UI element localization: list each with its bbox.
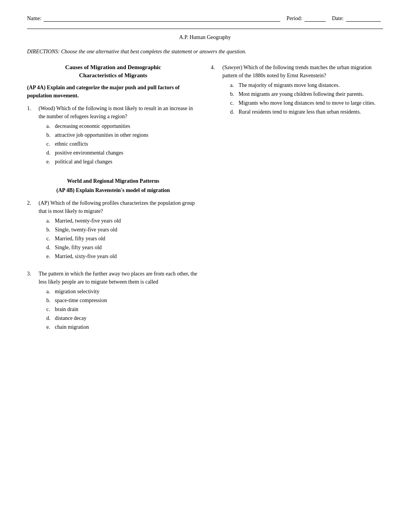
answer-4d-letter: d. xyxy=(230,108,237,116)
question-1: 1. (Wood) Which of the following is most… xyxy=(27,104,199,167)
answer-1e-text: political and legal changes xyxy=(55,158,199,166)
question-1-block: 1. (Wood) Which of the following is most… xyxy=(27,104,199,167)
answer-1e: e. political and legal changes xyxy=(39,158,199,166)
answer-2e-text: Married, sixty-five years old xyxy=(55,252,199,260)
answer-2b-letter: b. xyxy=(46,226,53,234)
question-2-answers: a. Married, twenty-five years old b. Sin… xyxy=(39,217,199,260)
answer-3c: c. brain drain xyxy=(39,305,199,313)
answer-2c-text: Married, fifty years old xyxy=(55,235,199,243)
date-label: Date: xyxy=(332,15,344,22)
answer-3a-text: migration selectivity xyxy=(55,287,199,296)
answer-4d-text: Rural residents tend to migrate less tha… xyxy=(239,108,383,116)
question-3-answers: a. migration selectivity b. space-time c… xyxy=(39,287,199,331)
two-col-layout: Causes of Migration and Demographic Char… xyxy=(27,63,383,340)
question-3-block: 3. The pattern in which the further away… xyxy=(27,270,199,332)
answer-3a-letter: a. xyxy=(46,287,53,296)
question-1-body: (Wood) Which of the following is most li… xyxy=(39,104,199,167)
answer-2a: a. Married, twenty-five years old xyxy=(39,217,199,225)
question-2-body: (AP) Which of the following profiles cha… xyxy=(39,199,199,261)
question-1-text: (Wood) Which of the following is most li… xyxy=(39,105,193,119)
answer-1b-letter: b. xyxy=(46,131,53,139)
answer-1c-text: ethnic conflicts xyxy=(55,140,199,148)
answer-3e-letter: e. xyxy=(46,323,53,331)
answer-4b-text: Most migrants are young children followi… xyxy=(239,90,383,98)
section-title: Causes of Migration and Demographic Char… xyxy=(27,63,199,80)
question-4-answers: a. The majority of migrants move long di… xyxy=(222,81,383,116)
answer-2a-letter: a. xyxy=(46,217,53,225)
question-3: 3. The pattern in which the further away… xyxy=(27,270,199,332)
header-divider xyxy=(27,29,383,29)
question-4-number: 4. xyxy=(211,63,222,117)
answer-2a-text: Married, twenty-five years old xyxy=(55,217,199,225)
question-2: 2. (AP) Which of the following profiles … xyxy=(27,199,199,261)
name-label: Name: xyxy=(27,15,41,22)
answer-4c: c. Migrants who move long distances tend… xyxy=(222,99,383,107)
answer-1b-text: attractive job opportunities in other re… xyxy=(55,131,199,139)
question-1-answers: a. decreasing economic opportunities b. … xyxy=(39,122,199,166)
answer-4a-letter: a. xyxy=(230,81,237,89)
answer-4b-letter: b. xyxy=(230,90,237,98)
answer-1a: a. decreasing economic opportunities xyxy=(39,122,199,130)
directions-text: DIRECTIONS: Choose the one alternative t… xyxy=(27,48,383,56)
answer-3d-letter: d. xyxy=(46,314,53,322)
answer-3b-letter: b. xyxy=(46,296,53,304)
date-underline xyxy=(346,21,381,22)
answer-2d-letter: d. xyxy=(46,243,53,252)
subsection-title: (AP 4A) Explain and categorize the major… xyxy=(27,83,199,100)
answer-4b: b. Most migrants are young children foll… xyxy=(222,90,383,98)
answer-1d-letter: d. xyxy=(46,149,53,157)
world-section: World and Regional Migration Patterns (A… xyxy=(27,178,199,332)
page: Name: Period: Date: A.P. Human Geography… xyxy=(0,0,410,532)
answer-2d: d. Single, fifty years old xyxy=(39,243,199,252)
answer-3e: e. chain migration xyxy=(39,323,199,331)
answer-4c-letter: c. xyxy=(230,99,237,107)
question-4: 4. (Sawyer) Which of the following trend… xyxy=(211,63,383,117)
period-label: Period: xyxy=(286,15,302,22)
course-title: A.P. Human Geography xyxy=(27,34,383,41)
question-2-number: 2. xyxy=(27,199,39,261)
answer-3c-text: brain drain xyxy=(55,305,199,313)
section-title-line2: Characteristics of Migrants xyxy=(79,72,147,78)
answer-1d-text: positive environmental changes xyxy=(55,149,199,157)
answer-2e-letter: e. xyxy=(46,252,53,260)
answer-2d-text: Single, fifty years old xyxy=(55,243,199,252)
answer-1a-letter: a. xyxy=(46,122,53,130)
answer-4c-text: Migrants who move long distances tend to… xyxy=(239,99,383,107)
question-4-body: (Sawyer) Which of the following trends m… xyxy=(222,63,383,117)
answer-4a: a. The majority of migrants move long di… xyxy=(222,81,383,89)
answer-3a: a. migration selectivity xyxy=(39,287,199,296)
question-4-block: 4. (Sawyer) Which of the following trend… xyxy=(211,63,383,117)
question-2-block: 2. (AP) Which of the following profiles … xyxy=(27,199,199,261)
answer-1c-letter: c. xyxy=(46,140,53,148)
question-4-text: (Sawyer) Which of the following trends m… xyxy=(222,65,372,78)
name-underline xyxy=(44,21,280,22)
answer-4a-text: The majority of migrants move long dista… xyxy=(239,81,383,89)
world-title: World and Regional Migration Patterns xyxy=(27,178,199,184)
question-3-text: The pattern in which the further away tw… xyxy=(39,271,197,285)
answer-3e-text: chain migration xyxy=(55,323,199,331)
answer-1c: c. ethnic conflicts xyxy=(39,140,199,148)
answer-3b-text: space-time compression xyxy=(55,296,199,304)
question-3-body: The pattern in which the further away tw… xyxy=(39,270,199,332)
answer-1a-text: decreasing economic opportunities xyxy=(55,122,199,130)
answer-3d: d. distance decay xyxy=(39,314,199,322)
right-column: 4. (Sawyer) Which of the following trend… xyxy=(211,63,383,125)
period-underline xyxy=(305,21,326,22)
answer-1d: d. positive environmental changes xyxy=(39,149,199,157)
answer-2b-text: Single, twenty-five years old xyxy=(55,226,199,234)
answer-2c-letter: c. xyxy=(46,235,53,243)
answer-4d: d. Rural residents tend to migrate less … xyxy=(222,108,383,116)
answer-2e: e. Married, sixty-five years old xyxy=(39,252,199,260)
question-1-number: 1. xyxy=(27,104,39,167)
answer-3d-text: distance decay xyxy=(55,314,199,322)
answer-1e-letter: e. xyxy=(46,158,53,166)
left-column: Causes of Migration and Demographic Char… xyxy=(27,63,199,340)
section-title-line1: Causes of Migration and Demographic xyxy=(65,64,161,70)
answer-3b: b. space-time compression xyxy=(39,296,199,304)
world-subsection: (AP 4B) Explain Ravenstein's model of mi… xyxy=(27,187,199,194)
header-row: Name: Period: Date: xyxy=(27,15,383,22)
answer-1b: b. attractive job opportunities in other… xyxy=(39,131,199,139)
answer-2c: c. Married, fifty years old xyxy=(39,235,199,243)
question-3-number: 3. xyxy=(27,270,39,332)
answer-3c-letter: c. xyxy=(46,305,53,313)
